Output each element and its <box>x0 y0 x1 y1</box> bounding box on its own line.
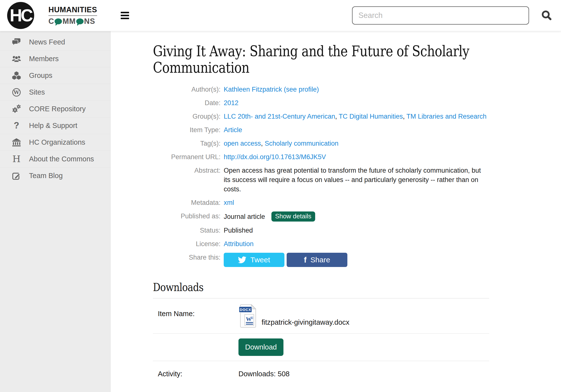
metadata-xml-link[interactable]: xml <box>224 199 234 206</box>
activity-value: Downloads: 508 <box>238 366 489 378</box>
sidebar-item-sites[interactable]: W Sites <box>0 84 110 100</box>
download-button[interactable]: Download <box>238 338 283 356</box>
sidebar-item-about-commons[interactable]: H About the Commons <box>0 151 110 167</box>
date-label: Date: <box>153 98 221 108</box>
svg-text:W: W <box>14 89 19 95</box>
downloads-table: Item Name: DOCX W fitzpatrick-g <box>153 298 489 383</box>
status-value: Published <box>224 226 489 235</box>
tweet-button[interactable]: Tweet <box>224 253 284 267</box>
sidebar-item-label: Sites <box>29 88 45 96</box>
sidebar-item-label: Team Blog <box>29 172 63 180</box>
author-link[interactable]: Kathleen Fitzpatrick (see profile) <box>224 86 319 93</box>
file-cell: DOCX W fitzpatrick-givingitaway.docx <box>238 303 489 328</box>
brand-letter: C <box>48 17 54 26</box>
sidebar-item-help-support[interactable]: ? Help & Support <box>0 117 110 134</box>
sidebar-item-label: Help & Support <box>29 122 77 130</box>
group-link[interactable]: TM Libraries and Research <box>406 113 487 120</box>
tag-link[interactable]: open access <box>224 140 261 147</box>
question-icon: ? <box>11 121 22 131</box>
sidebar-item-core-repository[interactable]: CORE Repository <box>0 100 110 117</box>
facebook-icon: f <box>304 256 307 264</box>
svg-text:?: ? <box>14 121 19 130</box>
docx-file-icon: DOCX W <box>238 303 258 328</box>
hc-logo[interactable]: HC <box>7 2 34 29</box>
activity-label: Activity: <box>153 366 238 378</box>
sidebar-item-team-blog[interactable]: Team Blog <box>0 167 110 184</box>
edit-icon <box>11 171 22 181</box>
metadata-list: Author(s): Kathleen Fitzpatrick (see pro… <box>153 85 489 267</box>
author-label: Author(s): <box>153 85 221 94</box>
menu-icon[interactable] <box>121 12 129 19</box>
top-header: HC HUMANITIES CMMNS <box>0 0 561 31</box>
users-icon <box>11 54 22 64</box>
separator: , <box>403 113 407 120</box>
sidebar-item-hc-organizations[interactable]: HC Organizations <box>0 134 110 151</box>
separator: , <box>335 113 339 120</box>
gears-icon <box>11 104 22 114</box>
tags-value: open access, Scholarly communication <box>224 139 489 148</box>
sidebar-item-label: CORE Repository <box>29 105 86 113</box>
date-link[interactable]: 2012 <box>224 99 238 107</box>
separator: , <box>261 140 265 147</box>
cubes-icon <box>11 71 22 81</box>
download-row-spacer <box>153 338 238 356</box>
file-name: fitzpatrick-givingitaway.docx <box>262 318 349 328</box>
deposit-detail: Giving It Away: Sharing and the Future o… <box>111 31 561 392</box>
sidebar: News Feed Members <box>0 31 111 392</box>
sidebar-item-label: News Feed <box>29 38 65 46</box>
item-name-label: Item Name: <box>153 303 238 328</box>
search-input[interactable] <box>352 6 529 25</box>
share-label: Share this: <box>153 253 221 267</box>
license-link[interactable]: Attribution <box>224 240 254 248</box>
brand-wordmark: HUMANITIES CMMNS <box>48 5 97 26</box>
brand-letter: NS <box>84 17 95 26</box>
groups-label: Group(s): <box>153 112 221 121</box>
sidebar-item-news-feed[interactable]: News Feed <box>0 34 110 50</box>
speech-bubble-icon <box>76 18 84 24</box>
metadata-label: Metadata: <box>153 198 221 207</box>
group-link[interactable]: LLC 20th- and 21st-Century American <box>224 113 335 120</box>
sidebar-item-groups[interactable]: Groups <box>0 67 110 84</box>
tweet-button-label: Tweet <box>250 256 270 264</box>
svg-text:H: H <box>12 154 20 164</box>
published-as-label: Published as: <box>153 211 221 222</box>
license-label: License: <box>153 239 221 249</box>
search-area <box>352 6 553 25</box>
search-icon[interactable] <box>541 10 553 21</box>
share-button-label: Share <box>310 256 330 264</box>
abstract-label: Abstract: <box>153 166 221 194</box>
sidebar-item-members[interactable]: Members <box>0 50 110 67</box>
permanent-url-link[interactable]: http://dx.doi.org/10.17613/M6JK5V <box>224 153 326 161</box>
published-as-text: Journal article <box>224 212 265 221</box>
groups-value: LLC 20th- and 21st-Century American, TC … <box>224 112 489 121</box>
tag-link[interactable]: Scholarly communication <box>265 140 339 147</box>
show-details-button[interactable]: Show details <box>271 211 315 222</box>
activity-row: Activity: Downloads: 508 <box>153 361 489 383</box>
brand-letter: MM <box>62 17 76 26</box>
group-link[interactable]: TC Digital Humanities <box>339 113 403 120</box>
wordpress-icon: W <box>11 87 22 97</box>
twitter-icon <box>238 256 246 264</box>
bank-icon <box>11 138 22 147</box>
sidebar-item-label: About the Commons <box>29 155 94 163</box>
status-label: Status: <box>153 226 221 235</box>
download-row: Download <box>153 333 489 361</box>
item-type-label: Item Type: <box>153 125 221 135</box>
item-name-row: Item Name: DOCX W fitzpatrick-g <box>153 298 489 333</box>
svg-text:DOCX: DOCX <box>240 308 251 312</box>
brand-line2: CMMNS <box>48 17 97 26</box>
sidebar-item-label: HC Organizations <box>29 138 85 146</box>
share-buttons: Tweet f Share <box>224 253 489 267</box>
item-type-link[interactable]: Article <box>224 126 242 134</box>
tags-label: Tag(s): <box>153 139 221 148</box>
permanent-url-label: Permanent URL: <box>153 152 221 162</box>
page-title: Giving It Away: Sharing and the Future o… <box>153 43 489 76</box>
facebook-share-button[interactable]: f Share <box>287 253 347 267</box>
speech-bubble-icon <box>55 18 62 24</box>
h-letter-icon: H <box>11 154 22 164</box>
published-as-value: Journal article Show details <box>224 211 489 222</box>
sidebar-item-label: Groups <box>29 71 52 80</box>
comments-icon <box>11 37 22 47</box>
downloads-heading: Downloads <box>153 281 487 294</box>
brand-line1: HUMANITIES <box>48 5 97 16</box>
